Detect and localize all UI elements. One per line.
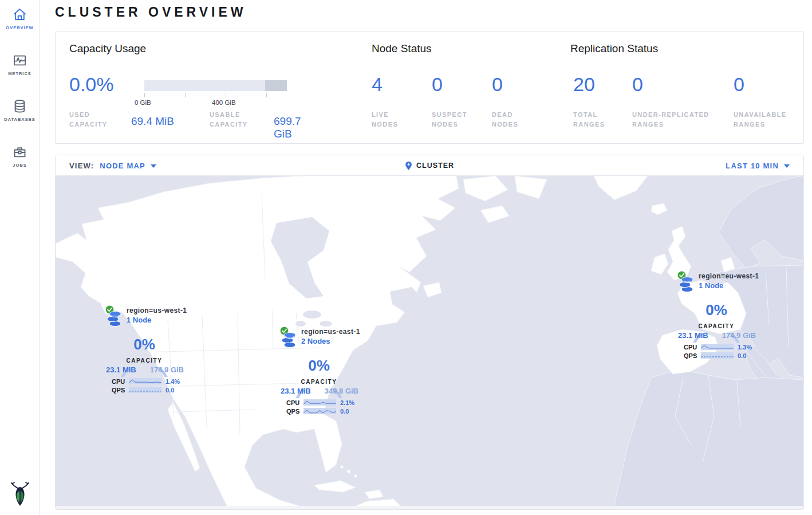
sidebar-item-metrics[interactable]: METRICS — [0, 53, 40, 76]
unavailable-ranges-label: UNAVAILABLE RANGES — [734, 110, 797, 129]
time-range-value: LAST 10 MIN — [726, 162, 779, 170]
cpu-label: CPU — [684, 344, 701, 351]
total-ranges-label: TOTAL RANGES — [573, 110, 613, 129]
page-title: CLUSTER OVERVIEW — [55, 5, 247, 20]
capacity-axis-tick: 0 GiB — [135, 99, 151, 106]
region-name[interactable]: region=us-east-1 — [301, 328, 360, 336]
qps-label: QPS — [684, 352, 701, 359]
region-total-capacity: 349.8 GiB — [325, 387, 358, 395]
capacity-bar — [144, 80, 287, 91]
summary-card: Capacity Usage 0.0% 0 GiB 400 GiB USED C… — [55, 32, 804, 144]
sidebar-item-label: METRICS — [0, 71, 40, 76]
gauge-capacity-label: CAPACITY — [291, 379, 346, 385]
region-name[interactable]: region=us-west-1 — [127, 306, 187, 314]
node-map: region=us-west-11 Node0%CAPACITY23.1 MiB… — [56, 176, 803, 507]
sidebar-item-label: DATABASES — [0, 117, 40, 122]
gauge-percent: 0% — [291, 357, 346, 375]
cpu-sparkline — [129, 378, 161, 384]
location-pin-icon — [405, 161, 412, 171]
suspect-nodes-label: SUSPECT NODES — [432, 110, 478, 129]
usable-capacity-value: 699.7 GiB — [274, 115, 321, 140]
capacity-usage-section: Capacity Usage 0.0% 0 GiB 400 GiB USED C… — [69, 32, 321, 143]
live-nodes-count: 4 — [372, 73, 383, 95]
replication-status-section: Replication Status 20 0 0 TOTAL RANGES U… — [570, 32, 799, 143]
node-map-card: VIEW: NODE MAP CLUSTER LAST 10 MIN — [55, 155, 804, 510]
live-nodes-label: LIVE NODES — [372, 110, 412, 129]
databases-icon — [12, 99, 27, 114]
home-icon — [12, 7, 27, 22]
jobs-icon — [12, 144, 27, 160]
used-capacity-value: 69.4 MiB — [131, 115, 174, 128]
gauge-capacity-label: CAPACITY — [117, 357, 172, 364]
sidebar-item-label: JOBS — [0, 163, 40, 168]
map-footer-strip — [56, 506, 803, 509]
region-marker: region=us-west-11 Node0%CAPACITY23.1 MiB… — [101, 305, 187, 398]
region-used-capacity: 23.1 MiB — [281, 387, 311, 395]
region-total-capacity: 174.9 GiB — [722, 331, 756, 340]
usable-capacity-label: USABLE CAPACITY — [210, 110, 258, 129]
dead-nodes-label: DEAD NODES — [492, 110, 532, 129]
total-ranges-count: 20 — [573, 73, 595, 95]
gauge-percent: 0% — [117, 336, 172, 353]
capacity-used-percent: 0.0% — [69, 73, 114, 95]
capacity-bar-reserved-segment — [265, 80, 287, 91]
qps-value: 0.0 — [738, 352, 746, 359]
cpu-label: CPU — [286, 399, 303, 406]
metrics-icon — [12, 53, 27, 68]
main-content: CLUSTER OVERVIEW Capacity Usage 0.0% 0 G… — [40, 0, 812, 515]
region-name[interactable]: region=eu-west-1 — [699, 272, 759, 280]
cpu-sparkline — [701, 344, 734, 350]
under-replicated-ranges-count: 0 — [632, 73, 643, 95]
cockroachdb-logo[interactable] — [0, 479, 40, 510]
capacity-axis-tick: 400 GiB — [212, 99, 236, 106]
region-used-capacity: 23.1 MiB — [678, 331, 708, 340]
time-range-dropdown[interactable]: LAST 10 MIN — [726, 162, 790, 170]
capacity-usage-title: Capacity Usage — [69, 42, 146, 55]
qps-value: 0.0 — [340, 408, 349, 415]
cpu-value: 2.1% — [340, 399, 354, 406]
sidebar-item-jobs[interactable]: JOBS — [0, 144, 40, 168]
gauge-percent: 0% — [689, 301, 744, 319]
cpu-value: 1.3% — [738, 344, 752, 351]
chevron-down-icon — [784, 164, 790, 168]
sidebar: OVERVIEW METRICS DATABASES JOBS — [0, 0, 40, 515]
qps-value: 0.0 — [165, 387, 174, 394]
qps-label: QPS — [286, 408, 303, 415]
node-status-title: Node Status — [372, 42, 432, 55]
breadcrumb-cluster: CLUSTER — [416, 162, 454, 170]
qps-sparkline — [701, 352, 734, 359]
cpu-value: 1.4% — [165, 378, 180, 385]
qps-sparkline — [129, 387, 161, 393]
sidebar-item-label: OVERVIEW — [0, 25, 40, 30]
sidebar-item-databases[interactable]: DATABASES — [0, 99, 40, 122]
dead-nodes-count: 0 — [492, 73, 503, 95]
used-capacity-label: USED CAPACITY — [69, 110, 117, 129]
cpu-sparkline — [303, 399, 336, 406]
cpu-label: CPU — [112, 378, 129, 385]
region-marker: region=eu-west-11 Node0%CAPACITY23.1 MiB… — [673, 270, 759, 363]
unavailable-ranges-count: 0 — [734, 73, 744, 95]
replication-status-title: Replication Status — [570, 42, 658, 55]
region-marker: region=us-east-12 Nodes0%CAPACITY23.1 Mi… — [276, 326, 362, 419]
region-total-capacity: 174.9 GiB — [150, 365, 184, 374]
region-used-capacity: 23.1 MiB — [106, 365, 136, 374]
gauge-capacity-label: CAPACITY — [689, 323, 744, 329]
breadcrumb[interactable]: CLUSTER — [56, 155, 803, 176]
qps-sparkline — [303, 408, 336, 414]
node-status-section: Node Status 4 0 0 LIVE NODES SUSPECT NOD… — [372, 32, 561, 143]
view-bar: VIEW: NODE MAP CLUSTER LAST 10 MIN — [56, 155, 803, 176]
qps-label: QPS — [112, 387, 129, 394]
sidebar-item-overview[interactable]: OVERVIEW — [0, 7, 40, 30]
under-replicated-ranges-label: UNDER-REPLICATED RANGES — [632, 110, 724, 129]
suspect-nodes-count: 0 — [432, 73, 443, 95]
